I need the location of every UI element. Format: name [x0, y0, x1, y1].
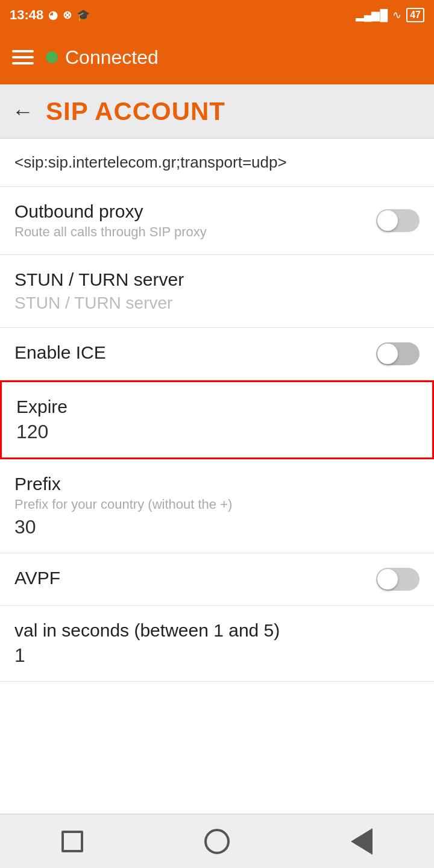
expire-label: Expire — [16, 397, 418, 417]
enable-ice-info: Enable ICE — [14, 342, 376, 365]
stun-turn-placeholder[interactable]: STUN / TURN server — [14, 294, 420, 313]
sip-address-value: <sip:sip.intertelecom.gr;transport=udp> — [14, 153, 287, 171]
outbound-proxy-toggle[interactable] — [376, 209, 420, 232]
settings-content: <sip:sip.intertelecom.gr;transport=udp> … — [0, 139, 434, 814]
blocked-icon: ⊗ — [63, 8, 72, 22]
outbound-proxy-label: Outbound proxy — [14, 201, 376, 222]
avpf-label: AVPF — [14, 568, 376, 588]
back-button[interactable]: ← — [12, 99, 34, 124]
sip-address-row: <sip:sip.intertelecom.gr;transport=udp> — [0, 139, 434, 187]
prefix-row: Prefix Prefix for your country (without … — [0, 459, 434, 553]
expire-value: 120 — [16, 421, 418, 443]
enable-ice-knob — [377, 344, 398, 364]
expire-row[interactable]: Expire 120 — [0, 380, 434, 459]
wifi-icon: ∿ — [392, 8, 401, 22]
menu-button[interactable] — [12, 50, 34, 64]
connected-label: Connected — [65, 46, 159, 69]
connected-dot — [46, 51, 58, 63]
outbound-proxy-info: Outbound proxy Route all calls through S… — [14, 201, 376, 240]
status-bar: 13:48 ◕ ⊗ 🎓 ▂▄▆█ ∿ 47 — [0, 0, 434, 30]
signal-icon: ▂▄▆█ — [356, 8, 388, 22]
stun-turn-label: STUN / TURN server — [14, 269, 420, 290]
connection-status: Connected — [46, 46, 159, 69]
outbound-proxy-sublabel: Route all calls through SIP proxy — [14, 224, 376, 240]
app-bar: Connected — [0, 30, 434, 84]
enable-ice-row: Enable ICE — [0, 328, 434, 380]
enable-ice-toggle[interactable] — [376, 342, 420, 365]
stun-turn-row: STUN / TURN server STUN / TURN server — [0, 255, 434, 328]
avpf-info: AVPF — [14, 568, 376, 591]
avpf-row: AVPF — [0, 553, 434, 606]
avpf-knob — [377, 569, 398, 590]
prefix-label: Prefix — [14, 474, 420, 494]
avpf-toggle[interactable] — [376, 568, 420, 591]
prefix-value: 30 — [14, 516, 420, 538]
nav-home-button[interactable] — [48, 823, 96, 860]
nav-circle-icon — [204, 829, 230, 854]
outbound-proxy-knob — [377, 210, 398, 231]
hat-icon: 🎓 — [77, 8, 90, 22]
interval-label: val in seconds (between 1 and 5) — [14, 620, 420, 641]
status-time: 13:48 — [10, 7, 43, 23]
nav-triangle-icon — [351, 828, 373, 855]
battery-icon: 47 — [406, 8, 424, 22]
back-arrow-icon: ← — [12, 99, 34, 124]
page-title: SIP ACCOUNT — [46, 97, 225, 126]
nav-square-icon — [61, 831, 83, 852]
interval-value: 1 — [14, 644, 420, 667]
nav-back-button[interactable] — [338, 823, 386, 860]
enable-ice-label: Enable ICE — [14, 342, 376, 363]
interval-row: val in seconds (between 1 and 5) 1 — [0, 606, 434, 682]
outbound-proxy-row: Outbound proxy Route all calls through S… — [0, 187, 434, 255]
page-header: ← SIP ACCOUNT — [0, 84, 434, 139]
prefix-sublabel: Prefix for your country (without the +) — [14, 497, 420, 512]
nav-bar — [0, 814, 434, 868]
gps-icon: ◕ — [48, 8, 58, 22]
nav-recent-button[interactable] — [193, 823, 241, 860]
